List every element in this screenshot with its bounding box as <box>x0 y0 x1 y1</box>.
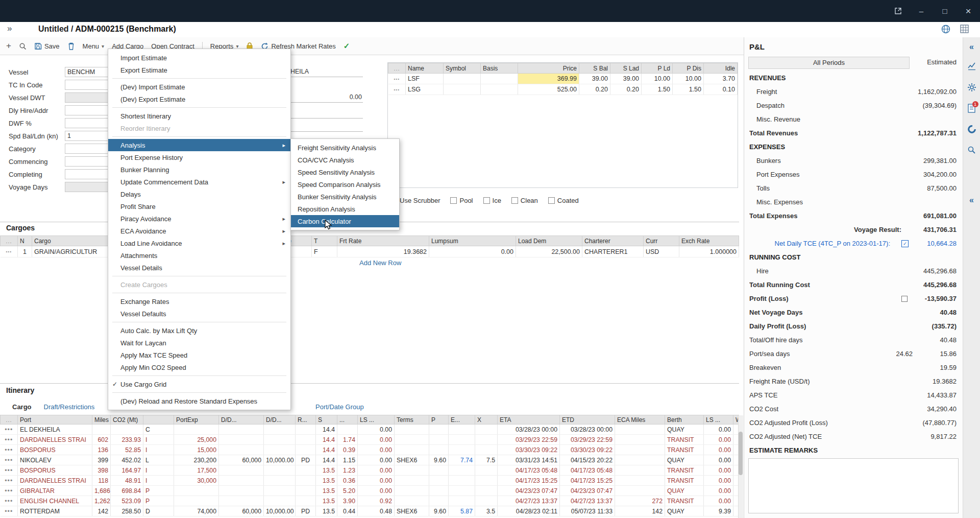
cell[interactable]: 03/28/23 00:00 <box>498 425 560 435</box>
cell[interactable]: 7.74 <box>449 455 475 465</box>
port-field-fragment[interactable]: HEILA <box>290 67 363 77</box>
cell[interactable] <box>481 84 518 95</box>
cell[interactable] <box>395 435 429 445</box>
cell[interactable] <box>615 465 665 476</box>
cell[interactable]: 0.00 <box>358 435 395 445</box>
cell[interactable] <box>615 435 665 445</box>
cell[interactable]: BOSPORUS <box>18 465 92 476</box>
cell[interactable] <box>444 74 481 84</box>
row-menu-dots-icon[interactable]: ••• <box>388 74 406 84</box>
cell[interactable]: I <box>143 435 174 445</box>
menu-item-attachments[interactable]: Attachments <box>108 249 290 262</box>
cell[interactable] <box>395 496 429 506</box>
column-header-lumpsum[interactable]: Lumpsum <box>429 236 516 246</box>
row-menu-dots-icon[interactable]: ••• <box>1 476 18 486</box>
cell[interactable]: 1.50 <box>642 84 673 95</box>
profit-loss-checkbox[interactable] <box>901 296 908 302</box>
cell[interactable] <box>449 486 475 496</box>
menu-item-reposition-analysis[interactable]: Reposition Analysis <box>291 203 399 215</box>
cell[interactable] <box>219 476 264 486</box>
cell[interactable]: 233.93 <box>111 435 143 445</box>
cell[interactable] <box>449 496 475 506</box>
column-header-d-d[interactable]: D/D... <box>264 415 296 425</box>
cell[interactable]: 04/17/23 05:48 <box>498 465 560 476</box>
column-header-0[interactable]: ... <box>1 236 18 246</box>
cell[interactable]: QUAY <box>665 486 704 496</box>
cell[interactable] <box>264 465 296 476</box>
cell[interactable]: 0.20 <box>579 84 610 95</box>
column-header-basis[interactable]: Basis <box>481 63 518 74</box>
menu-item-bunker-planning[interactable]: Bunker Planning <box>108 163 290 176</box>
cell[interactable] <box>296 465 316 476</box>
table-row[interactable]: •••EL DEKHEILAC14.40.0003/28/23 00:0003/… <box>1 425 739 435</box>
column-header-p-dis[interactable]: P Dis <box>673 63 704 74</box>
menu-item-vessel-details[interactable]: Vessel Details <box>108 262 290 274</box>
cell[interactable]: 272 <box>615 496 665 506</box>
cell[interactable] <box>449 476 475 486</box>
cell[interactable]: SHEX6 <box>395 455 429 465</box>
menu-item-bunker-sensitivity-analysis[interactable]: Bunker Sensitivity Analysis <box>291 191 399 203</box>
cell[interactable]: 14.4 <box>316 435 337 445</box>
table-row[interactable]: •••NIKOLAEV399452.02L230,20060,00010,000… <box>1 455 739 465</box>
menu-item-piracy-avoidance[interactable]: Piracy Avoidance▸ <box>108 213 290 225</box>
column-header-s-lad[interactable]: S Lad <box>610 63 642 74</box>
table-row[interactable]: •••ENGLISH CHANNEL1,262523.09P13.53.900.… <box>1 496 739 506</box>
column-header-r[interactable]: R... <box>296 415 316 425</box>
cell[interactable] <box>296 425 316 435</box>
column-header-exch-rate[interactable]: Exch Rate <box>679 236 739 246</box>
save-button[interactable]: Save <box>34 42 60 50</box>
cell[interactable]: GIBRALTAR <box>18 486 92 496</box>
new-estimate-button[interactable]: + <box>6 41 11 51</box>
cell[interactable]: LSF <box>406 74 444 84</box>
column-header-symbol[interactable]: Symbol <box>444 63 481 74</box>
cell[interactable]: NIKOLAEV <box>18 455 92 465</box>
cell[interactable]: CHARTERER1 <box>582 246 644 257</box>
cell[interactable]: DARDANELLES STRAI <box>18 435 92 445</box>
cell[interactable]: 0.00 <box>704 486 733 496</box>
row-menu-dots-icon[interactable]: ••• <box>1 425 18 435</box>
column-header-port[interactable]: Port <box>18 415 92 425</box>
search-icon[interactable] <box>19 42 27 50</box>
column-header-name[interactable]: Name <box>406 63 444 74</box>
cell[interactable]: 05/07/23 11:33 <box>560 506 615 516</box>
table-row[interactable]: •••BOSPORUS13652.85I15,00014.40.390.0003… <box>1 445 739 455</box>
cell[interactable]: QUAY <box>665 506 704 516</box>
cell[interactable] <box>449 435 475 445</box>
menu-item-export-estimate[interactable]: Export Estimate <box>108 64 290 76</box>
cell[interactable]: 74,000 <box>174 506 219 516</box>
table-row[interactable]: •••ROTTERDAM142258.50D74,00060,00010,000… <box>1 506 739 516</box>
cell[interactable]: I <box>143 445 174 455</box>
cell[interactable] <box>296 486 316 496</box>
cell[interactable]: 04/15/23 20:22 <box>560 455 615 465</box>
tab-draft-restrictions[interactable]: Draft/Restrictions <box>44 403 95 411</box>
delete-button[interactable] <box>67 42 75 50</box>
cell[interactable]: 399 <box>92 455 111 465</box>
cell[interactable]: 13.5 <box>316 465 337 476</box>
column-header-ls[interactable]: LS ... <box>704 415 733 425</box>
cell[interactable]: 39.00 <box>579 74 610 84</box>
cell[interactable]: 10,000.00 <box>264 455 296 465</box>
cell[interactable]: 10.00 <box>673 74 704 84</box>
menu-item-speed-sensitivity-analysis[interactable]: Speed Sensitivity Analysis <box>291 166 399 178</box>
table-row[interactable]: •••LSG525.000.200.201.501.500.10 <box>388 84 738 95</box>
cell[interactable] <box>92 425 111 435</box>
cell[interactable] <box>337 425 358 435</box>
column-header-e[interactable]: E... <box>449 415 475 425</box>
column-header-frt-rate[interactable]: Frt Rate <box>337 236 429 246</box>
menu-item-apply-max-tce-speed[interactable]: Apply Max TCE Speed <box>108 349 290 361</box>
cell[interactable]: 13.5 <box>316 496 337 506</box>
cell[interactable] <box>475 476 498 486</box>
row-menu-dots-icon[interactable]: ••• <box>388 84 406 95</box>
cell[interactable] <box>429 445 449 455</box>
close-icon[interactable]: × <box>957 0 980 22</box>
cell[interactable] <box>264 435 296 445</box>
column-header-t[interactable]: T <box>312 236 337 246</box>
cell[interactable] <box>429 425 449 435</box>
cell[interactable]: 142 <box>615 506 665 516</box>
menu-item-shortest-itinerary[interactable]: Shortest Itinerary <box>108 110 290 122</box>
cell[interactable]: 0.00 <box>358 486 395 496</box>
cell[interactable] <box>615 445 665 455</box>
cell[interactable]: 5.87 <box>449 506 475 516</box>
menu-item-delays[interactable]: Delays <box>108 188 290 200</box>
menu-item-load-line-avoidance[interactable]: Load Line Avoidance▸ <box>108 237 290 249</box>
